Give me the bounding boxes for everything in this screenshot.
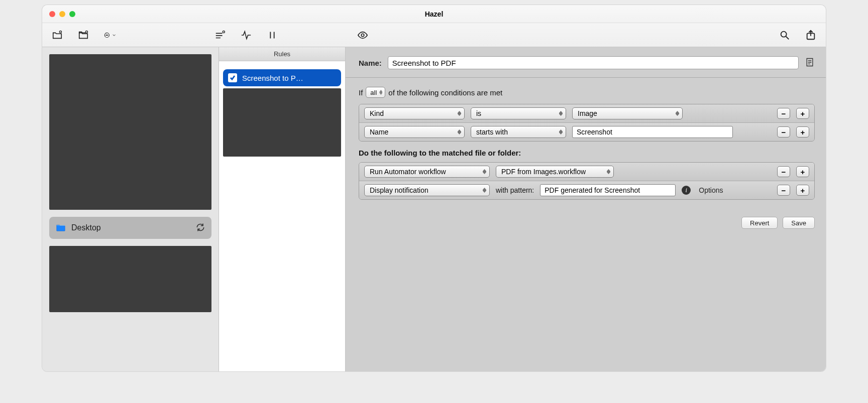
remove-action-button[interactable]: −	[777, 185, 790, 196]
folders-sidebar: Desktop	[42, 47, 219, 371]
folder-item-desktop[interactable]: Desktop	[49, 217, 211, 239]
action-target-select[interactable]: PDF from Images.workflow	[496, 166, 614, 178]
action-type-select[interactable]: Run Automator workflow	[364, 166, 490, 178]
action-row: Display notification with pattern: PDF g…	[359, 181, 814, 199]
window-title: Hazel	[42, 10, 826, 18]
rule-enabled-checkbox[interactable]	[228, 73, 237, 82]
rule-name-input[interactable]	[388, 56, 799, 69]
rule-label: Screenshot to P…	[242, 74, 303, 82]
condition-row: Name starts with Screenshot − +	[359, 123, 814, 141]
activity-button[interactable]	[240, 29, 252, 41]
editor-footer: Revert Save	[346, 211, 826, 235]
add-condition-button[interactable]: +	[796, 108, 809, 119]
conditions-suffix: of the following conditions are met	[388, 88, 502, 97]
redacted-area	[49, 54, 211, 210]
actions-header: Do the following to the matched file or …	[359, 149, 815, 157]
with-pattern-label: with pattern:	[496, 186, 534, 194]
sync-icon[interactable]	[195, 222, 205, 234]
svg-point-8	[781, 31, 787, 37]
search-button[interactable]	[779, 29, 791, 41]
rules-header: Rules	[219, 47, 345, 61]
preview-button[interactable]	[357, 29, 369, 41]
options-label[interactable]: Options	[699, 186, 723, 194]
condition-row: Kind is Image − +	[359, 104, 814, 123]
match-scope-select[interactable]: all	[366, 87, 385, 98]
add-folder-alt-button[interactable]	[77, 29, 89, 41]
svg-point-5	[107, 35, 108, 35]
info-icon[interactable]: i	[682, 186, 691, 195]
conditions-table: Kind is Image − + Name starts with Scree…	[359, 104, 815, 142]
folder-icon	[55, 222, 66, 234]
pause-button[interactable]	[266, 29, 278, 41]
share-button[interactable]	[805, 29, 817, 41]
action-type-select[interactable]: Display notification	[364, 184, 490, 196]
main-content: Desktop Rules Screenshot to P… Name:	[42, 47, 826, 371]
new-rule-button[interactable]	[214, 29, 226, 41]
svg-point-3	[106, 35, 106, 35]
action-row: Run Automator workflow PDF from Images.w…	[359, 163, 814, 181]
more-menu-button[interactable]	[103, 29, 116, 41]
remove-action-button[interactable]: −	[777, 166, 790, 177]
add-action-button[interactable]: +	[796, 185, 809, 196]
add-condition-button[interactable]: +	[796, 126, 809, 138]
condition-value-input[interactable]: Screenshot	[572, 126, 733, 138]
notes-icon[interactable]	[805, 57, 815, 69]
remove-condition-button[interactable]: −	[777, 126, 790, 138]
condition-attribute-select[interactable]: Kind	[364, 107, 465, 119]
condition-attribute-select[interactable]: Name	[364, 126, 465, 138]
redacted-area	[49, 246, 211, 312]
revert-button[interactable]: Revert	[741, 217, 778, 229]
rule-name-row: Name:	[346, 47, 826, 78]
if-label: If	[359, 88, 363, 97]
actions-table: Run Automator workflow PDF from Images.w…	[359, 162, 815, 200]
rules-list: Rules Screenshot to P…	[219, 47, 346, 371]
redacted-area	[223, 88, 341, 157]
conditions-header: If all of the following conditions are m…	[359, 87, 815, 98]
condition-operator-select[interactable]: starts with	[471, 126, 566, 138]
add-folder-button[interactable]	[51, 29, 63, 41]
toolbar	[42, 23, 826, 47]
svg-point-7	[361, 34, 364, 37]
save-button[interactable]: Save	[783, 217, 815, 229]
add-action-button[interactable]: +	[796, 166, 809, 177]
rule-editor: Name: If all of the following conditions…	[346, 47, 826, 371]
title-bar: Hazel	[42, 5, 826, 23]
condition-operator-select[interactable]: is	[471, 107, 566, 119]
folder-name: Desktop	[71, 223, 190, 232]
remove-condition-button[interactable]: −	[777, 108, 790, 119]
svg-point-4	[106, 35, 107, 35]
condition-value-select[interactable]: Image	[572, 107, 683, 119]
rule-list-item[interactable]: Screenshot to P…	[223, 69, 341, 86]
notification-pattern-input[interactable]: PDF generated for Screenshot	[540, 184, 676, 196]
name-label: Name:	[359, 59, 382, 67]
